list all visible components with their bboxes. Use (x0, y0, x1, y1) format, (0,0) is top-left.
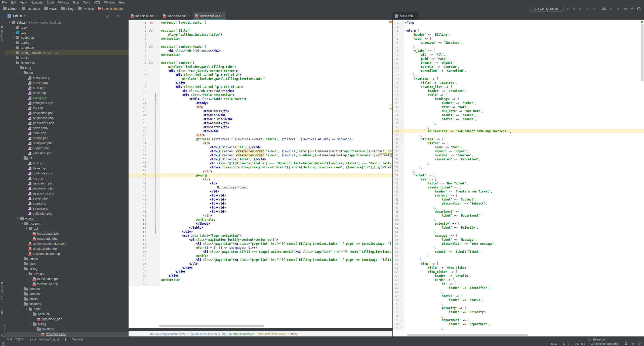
editor-breadcrumb-table.table.table-hover[interactable]: table.table.table-hover (258, 332, 287, 335)
tree-item-passwords.php[interactable]: passwords.php (5, 191, 129, 196)
code-line-32[interactable]: 32 'open' => 'Paid', (393, 145, 644, 149)
tree-item-server.php[interactable]: server.php (5, 126, 129, 131)
breadcrumb-item-invoices[interactable]: invoices (77, 7, 94, 11)
tab-billing.php[interactable]: billing.php× (393, 12, 419, 20)
tab-tabs.blade.php[interactable]: tabs.blade.php× (161, 12, 193, 20)
tab-index.blade.php[interactable]: index.blade.php× (193, 12, 227, 20)
code-line-35[interactable]: 35 'cancelled' => 'Cancelled', (393, 157, 644, 161)
code-line-14[interactable]: 14⌃ ], (393, 73, 644, 77)
tree-item-resources[interactable]: ▾resources (5, 60, 129, 65)
code-line-22[interactable]: 22⌄ <tr> (129, 105, 392, 109)
breadcrumb-item-resources[interactable]: resources (21, 7, 41, 11)
editor-breadcrumb-tbody[interactable]: tbody (290, 332, 297, 335)
tree-item-authentication.blade.php[interactable]: authentication.blade.php (5, 241, 129, 246)
chevron-down-icon[interactable]: ▾ (25, 228, 28, 230)
tree-item-public[interactable]: ▸public (5, 55, 129, 60)
code-line-50[interactable]: 50⌃ ], (393, 218, 644, 222)
code-line-44[interactable]: 44⌄ 'subject' => [ (393, 193, 644, 197)
tool-window-switcher-icon[interactable] (2, 342, 5, 345)
tree-item-billing[interactable]: ▾billing (5, 266, 129, 271)
code-line-34[interactable]: 34 'overdue' => 'Overdue', (393, 153, 644, 157)
chevron-down-icon[interactable]: ▾ (21, 303, 24, 305)
breadcrumb-item-billing[interactable]: billing (61, 7, 74, 11)
code-line-47[interactable]: 47⌃ ], (393, 206, 644, 210)
code-line-7[interactable]: 7⌃ ], (393, 45, 644, 49)
tree-item-strings.php[interactable]: strings.php (5, 206, 129, 211)
chevron-down-icon[interactable]: ▾ (25, 273, 28, 275)
stripe-button-structure[interactable]: 7: Structure (0, 285, 3, 301)
code-line-46[interactable]: 46 'placeholder' => 'Subject', (393, 202, 644, 206)
code-line-42[interactable]: 42⌄ 'create_ticket' => [ (393, 185, 644, 189)
code-line-64[interactable]: 64⌃ </div> (129, 274, 392, 278)
tree-item-passwords.php[interactable]: passwords.php (5, 121, 129, 126)
code-line-72[interactable]: 72⌄ 'priority' => [ (393, 306, 644, 310)
code-line-68[interactable]: 68⌃ ], (393, 290, 644, 294)
code-line-41[interactable]: 41 'title' => 'New Ticket', (393, 181, 644, 185)
tree-item-views[interactable]: ▾views (5, 216, 129, 221)
tree-item-database[interactable]: ▸database (5, 45, 129, 50)
gear-icon[interactable]: ⚙ (117, 14, 120, 18)
code-line-62[interactable]: 62⌃ </nav> (129, 266, 392, 270)
code-line-33[interactable]: 33 'unpaid' => 'Unpaid', (393, 149, 644, 153)
menu-help[interactable]: Help (117, 1, 127, 4)
code-line-64[interactable]: 64 'header' => 'Details', (393, 274, 644, 278)
tree-item-nl[interactable]: ▾nl (5, 156, 129, 161)
code-line-22[interactable]: 22 'date' => 'Date', (393, 105, 644, 109)
code-line-71[interactable]: 71⌃ ], (393, 302, 644, 306)
stop-icon[interactable]: ■ (592, 7, 596, 11)
chevron-right-icon[interactable]: ▸ (21, 288, 24, 290)
code-line-58[interactable]: 58 <li class="page-item @if($i === $page… (129, 250, 392, 254)
tree-item-account[interactable]: ▾account (5, 312, 129, 317)
chevron-right-icon[interactable]: ▸ (12, 52, 15, 54)
tree-item-config[interactable]: ▸config (5, 40, 129, 45)
code-line-28[interactable]: 28 <th></th> (129, 129, 392, 133)
tree-item-auth[interactable]: ▸auth (5, 261, 129, 266)
search-icon[interactable] (637, 7, 640, 10)
code-line-51[interactable]: 51⌄ 'priority' => [ (393, 222, 644, 226)
git-commit-icon[interactable]: ✔ (616, 7, 621, 11)
code-line-43[interactable]: 43 'header' => 'Create a new Ticket', (393, 189, 644, 193)
code-line-9[interactable]: 9 'all' => 'All', (393, 53, 644, 57)
code-line-52[interactable]: 52 'label' => 'Priority', (393, 226, 644, 230)
tree-item-errors[interactable]: ▸errors (5, 296, 129, 302)
rollback-icon[interactable]: ↶ (630, 7, 635, 11)
code-area-left[interactable]: 1@extends('layouts.master')23⌄@section('… (129, 20, 392, 286)
editor-breadcrumb-div.row.justify-content-center[interactable]: div.row.justify-content-center (150, 332, 187, 335)
code-line-29[interactable]: 29⌃ </tr> (129, 133, 392, 137)
tree-item-my.php[interactable]: my.php (5, 106, 129, 111)
tree-item-support.php[interactable]: support.php (5, 146, 129, 151)
tool-button-todo[interactable]: ☰6: TODO (7, 338, 23, 341)
code-line-41[interactable]: 41⌄ <td> (129, 181, 392, 185)
tree-item-configfiles.php[interactable]: configfiles.php (5, 101, 129, 106)
code-line-38[interactable]: 38⌃ </tr> (129, 169, 392, 173)
add-configuration-button[interactable]: Add Configuration... (530, 6, 564, 12)
code-line-9[interactable]: 9⌃@endsection (129, 53, 392, 57)
code-line-4[interactable]: 4 @lang('billing.invoices.title') (129, 33, 392, 37)
code-line-47[interactable]: 47 <td></td> (129, 206, 392, 210)
chevron-down-icon[interactable]: ▾ (17, 67, 19, 69)
tree-item-api[interactable]: ▾api (5, 226, 129, 231)
code-line-69[interactable]: 69⌄ 'status' => [ (393, 294, 644, 298)
project-panel-title[interactable]: Project (13, 14, 22, 18)
tree-item-pagination.php[interactable]: pagination.php (5, 116, 129, 121)
tree-item-new.blade.php[interactable]: new.blade.php (5, 236, 129, 241)
code-line-36[interactable]: 36⌄ <td class="@if($invoice['status'] ==… (129, 161, 392, 165)
chevron-down-icon[interactable]: ▾ (29, 323, 32, 325)
tree-item-tabs.blade.php[interactable]: tabs.blade.php (5, 332, 129, 337)
menu-edit[interactable]: Edit (9, 1, 18, 4)
code-line-60[interactable]: 60⌃ ], (393, 258, 644, 262)
breadcrumb-item-views[interactable]: views (44, 7, 57, 11)
code-line-55[interactable]: 55 'label' => 'Message', (393, 238, 644, 242)
code-line-4[interactable]: 4 'header' => 'Billing', (393, 33, 644, 37)
tree-item-.dev[interactable]: ▸.dev (5, 25, 129, 30)
tree-item-my.php[interactable]: my.php (5, 176, 129, 181)
code-line-76[interactable]: 76 'header' => 'Department', (393, 322, 644, 326)
chevron-down-icon[interactable]: ▾ (21, 72, 24, 74)
code-line-17[interactable]: 17⌄ 'invoice_list' => [ (393, 85, 644, 89)
code-line-23[interactable]: 23 <th>Number</th> (129, 109, 392, 113)
hector-icon[interactable] (638, 342, 641, 345)
code-line-44[interactable]: 44 <td></td> (129, 193, 392, 197)
code-line-37[interactable]: 37 <td><a class="btn btn-primary btn-sm"… (129, 165, 392, 169)
tree-item-base.php[interactable]: base.php (5, 90, 129, 95)
tree-item-lang[interactable]: ▾lang (5, 65, 129, 70)
